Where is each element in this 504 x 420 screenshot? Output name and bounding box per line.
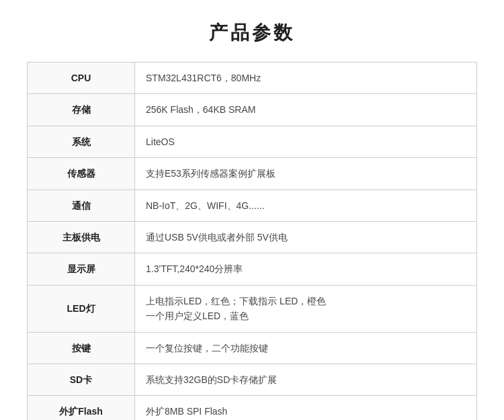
param-label-7: LED灯 (28, 285, 135, 332)
param-value-4: NB-IoT、2G、WIFI、4G...... (135, 190, 477, 221)
param-label-6: 显示屏 (28, 253, 135, 285)
param-value-0: STM32L431RCT6，80MHz (135, 62, 477, 94)
param-label-9: SD卡 (28, 364, 135, 395)
param-label-1: 存储 (28, 94, 135, 126)
table-row: 存储256K Flash，64KB SRAM (28, 94, 477, 126)
table-row: 按键一个复位按键，二个功能按键 (28, 332, 477, 364)
param-value-8: 一个复位按键，二个功能按键 (135, 332, 477, 364)
param-label-5: 主板供电 (28, 221, 135, 253)
param-label-10: 外扩Flash (28, 396, 135, 420)
param-value-10: 外扩8MB SPI Flash (135, 396, 477, 420)
param-label-8: 按键 (28, 332, 135, 364)
param-value-6: 1.3'TFT,240*240分辨率 (135, 253, 477, 285)
page-title: 产品参数 (209, 20, 295, 46)
param-label-2: 系统 (28, 126, 135, 157)
table-row: LED灯上电指示LED，红色；下载指示 LED，橙色一个用户定义LED，蓝色 (28, 285, 477, 332)
table-row: SD卡系统支持32GB的SD卡存储扩展 (28, 364, 477, 395)
table-row: CPUSTM32L431RCT6，80MHz (28, 62, 477, 94)
param-value-5: 通过USB 5V供电或者外部 5V供电 (135, 221, 477, 253)
param-value-3: 支持E53系列传感器案例扩展板 (135, 158, 477, 190)
table-row: 传感器支持E53系列传感器案例扩展板 (28, 158, 477, 190)
params-table: CPUSTM32L431RCT6，80MHz存储256K Flash，64KB … (27, 62, 477, 420)
param-value-7: 上电指示LED，红色；下载指示 LED，橙色一个用户定义LED，蓝色 (135, 285, 477, 332)
table-row: 主板供电通过USB 5V供电或者外部 5V供电 (28, 221, 477, 253)
table-row: 显示屏1.3'TFT,240*240分辨率 (28, 253, 477, 285)
param-label-4: 通信 (28, 190, 135, 221)
param-value-2: LiteOS (135, 126, 477, 157)
param-label-3: 传感器 (28, 158, 135, 190)
table-row: 通信NB-IoT、2G、WIFI、4G...... (28, 190, 477, 221)
table-row: 系统LiteOS (28, 126, 477, 157)
param-label-0: CPU (28, 62, 135, 94)
table-row: 外扩Flash外扩8MB SPI Flash (28, 396, 477, 420)
param-value-1: 256K Flash，64KB SRAM (135, 94, 477, 126)
param-value-9: 系统支持32GB的SD卡存储扩展 (135, 364, 477, 395)
